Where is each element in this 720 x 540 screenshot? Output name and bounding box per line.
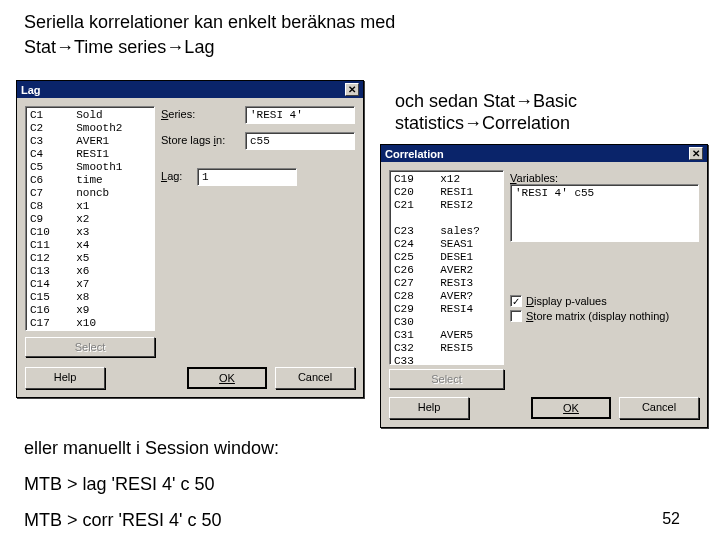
close-icon[interactable]: ✕ (689, 147, 703, 160)
lag-titlebar: Lag ✕ (17, 81, 363, 98)
checkbox-icon: ✓ (510, 295, 522, 307)
ok-button[interactable]: OK (531, 397, 611, 419)
session-text-2: MTB > lag 'RESI 4' c 50 (24, 474, 214, 495)
select-button: Select (389, 369, 504, 389)
close-icon[interactable]: ✕ (345, 83, 359, 96)
series-label: Series: (161, 106, 239, 124)
help-button[interactable]: Help (25, 367, 105, 389)
lag-title: Lag (21, 84, 41, 96)
store-matrix-checkbox[interactable]: Store matrix (display nothing) (510, 310, 699, 322)
lag-field-label: Lag: (161, 168, 191, 186)
store-matrix-label: Store matrix (display nothing) (526, 310, 669, 322)
ok-button[interactable]: OK (187, 367, 267, 389)
page-number: 52 (662, 510, 680, 528)
display-pvalues-checkbox[interactable]: ✓ Display p-values (510, 295, 699, 307)
variables-label: Variables: (510, 170, 699, 184)
lag-input[interactable]: 1 (197, 168, 297, 186)
heading-line-3: och sedan Stat→Basic statistics→Correlat… (395, 90, 655, 134)
correlation-title: Correlation (385, 148, 444, 160)
heading-line-1: Seriella korrelationer kan enkelt beräkn… (24, 12, 696, 33)
session-text-3: MTB > corr 'RESI 4' c 50 (24, 510, 221, 531)
store-label: Store lags in: (161, 132, 239, 150)
correlation-titlebar: Correlation ✕ (381, 145, 707, 162)
display-pvalues-label: Display p-values (526, 295, 607, 307)
checkbox-icon (510, 310, 522, 322)
variables-input[interactable]: 'RESI 4' c55 (510, 184, 699, 242)
series-input[interactable]: 'RESI 4' (245, 106, 355, 124)
select-button: Select (25, 337, 155, 357)
correlation-dialog: Correlation ✕ C19 x12 C20 RESI1 C21 RESI… (380, 144, 708, 428)
cancel-button[interactable]: Cancel (619, 397, 699, 419)
correlation-column-list[interactable]: C19 x12 C20 RESI1 C21 RESI2 C23 sales? C… (389, 170, 504, 365)
heading-line-2: Stat→Time series→Lag (24, 37, 696, 58)
lag-dialog: Lag ✕ C1 Sold C2 Smooth2 C3 AVER1 C4 RES… (16, 80, 364, 398)
help-button[interactable]: Help (389, 397, 469, 419)
session-text-1: eller manuellt i Session window: (24, 438, 279, 459)
lag-column-list[interactable]: C1 Sold C2 Smooth2 C3 AVER1 C4 RESI1 C5 … (25, 106, 155, 331)
store-input[interactable]: c55 (245, 132, 355, 150)
cancel-button[interactable]: Cancel (275, 367, 355, 389)
